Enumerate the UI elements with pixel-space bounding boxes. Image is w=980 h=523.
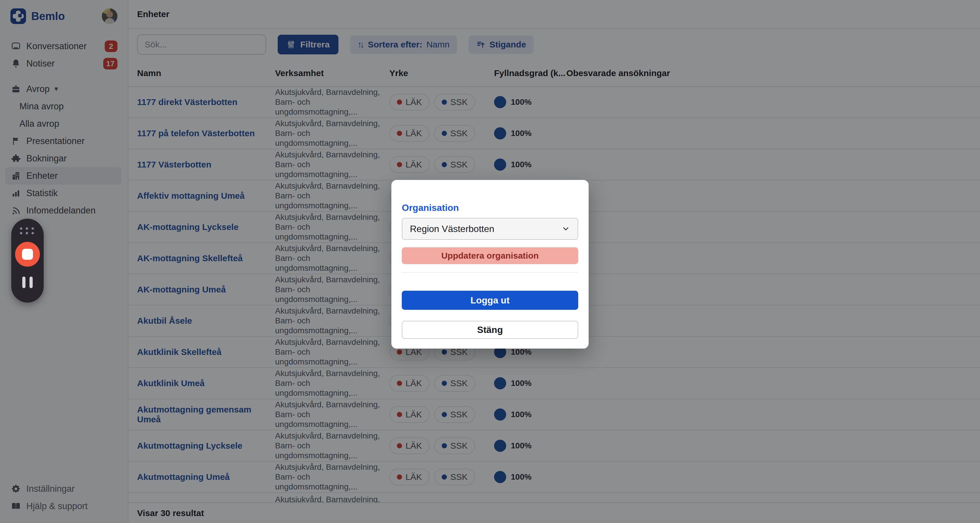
pause-recording-button[interactable]: [22, 277, 33, 288]
update-organisation-button[interactable]: Uppdatera organisation: [402, 247, 578, 264]
chevron-down-icon: [562, 224, 570, 233]
pause-icon: [22, 277, 25, 288]
stop-icon: [22, 249, 33, 260]
organisation-label: Organisation: [402, 202, 578, 213]
organisation-select[interactable]: Region Västerbotten: [402, 218, 578, 240]
drag-handle-icon[interactable]: [20, 227, 35, 234]
pause-icon: [30, 277, 33, 288]
app-window: Bemlo Konversationer 2 Notiser 17: [0, 0, 980, 523]
logout-button[interactable]: Logga ut: [402, 291, 578, 310]
organisation-select-value: Region Västerbotten: [410, 224, 494, 234]
modal-divider: [402, 272, 578, 273]
close-modal-button[interactable]: Stäng: [402, 321, 578, 339]
organisation-modal: Organisation Region Västerbotten Uppdate…: [391, 180, 589, 348]
screen-recorder-widget[interactable]: [11, 219, 44, 302]
stop-recording-button[interactable]: [15, 242, 40, 267]
